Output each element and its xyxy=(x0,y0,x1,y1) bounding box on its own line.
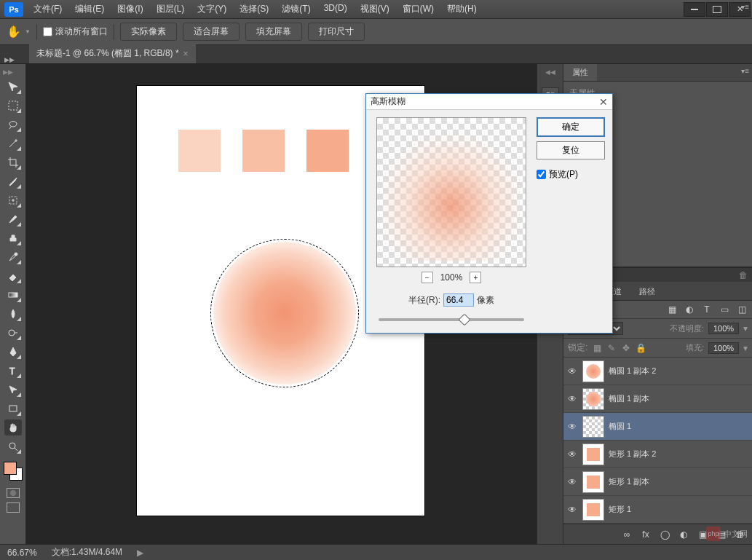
foreground-color-swatch[interactable] xyxy=(4,462,17,475)
scroll-all-windows-checkbox[interactable]: 滚动所有窗口 xyxy=(43,25,108,38)
crop-tool[interactable] xyxy=(4,154,22,170)
collapse-icon[interactable]: ▶▶ xyxy=(3,68,13,76)
actual-pixels-button[interactable]: 实际像素 xyxy=(120,23,177,41)
lock-all-icon[interactable]: 🔒 xyxy=(636,343,646,353)
fill-input[interactable] xyxy=(708,342,739,354)
slider-thumb[interactable] xyxy=(459,314,471,326)
menu-view[interactable]: 视图(V) xyxy=(355,0,395,18)
menu-filter[interactable]: 滤镜(T) xyxy=(276,0,316,18)
layer-name-label[interactable]: 矩形 1 副本 2 xyxy=(609,449,656,460)
magic-wand-tool[interactable] xyxy=(4,135,22,151)
eraser-tool[interactable] xyxy=(4,268,22,284)
panel-menu-icon[interactable]: ▾≡ xyxy=(741,67,749,75)
layer-thumbnail[interactable] xyxy=(582,360,604,382)
clone-stamp-tool[interactable] xyxy=(4,230,22,246)
layer-thumbnail[interactable] xyxy=(582,416,604,438)
filter-shape-icon[interactable]: ▭ xyxy=(719,304,730,315)
zoom-in-button[interactable]: + xyxy=(470,272,481,283)
filter-type-icon[interactable]: T xyxy=(701,304,713,315)
adjustment-icon[interactable]: ◐ xyxy=(678,529,689,540)
layer-row[interactable]: 👁矩形 1 副本 xyxy=(563,468,752,496)
layer-thumbnail[interactable] xyxy=(582,388,604,410)
minimize-button[interactable] xyxy=(684,2,705,17)
dodge-tool[interactable] xyxy=(4,325,22,341)
visibility-toggle-icon[interactable]: 👁 xyxy=(566,393,578,405)
preview-checkbox[interactable]: 预览(P) xyxy=(537,168,605,181)
layer-thumbnail[interactable] xyxy=(582,443,604,465)
dialog-close-icon[interactable]: ✕ xyxy=(599,96,608,108)
properties-tab[interactable]: 属性 xyxy=(563,64,597,81)
collapse-icon[interactable]: ▶▶ xyxy=(4,56,15,63)
layer-name-label[interactable]: 椭圆 1 副本 2 xyxy=(609,366,656,376)
maximize-button[interactable] xyxy=(706,2,728,17)
radius-slider[interactable] xyxy=(379,318,524,321)
visibility-toggle-icon[interactable]: 👁 xyxy=(566,366,578,377)
history-brush-tool[interactable] xyxy=(4,249,22,265)
layer-row[interactable]: 👁椭圆 1 副本 2 xyxy=(563,358,752,385)
dialog-titlebar[interactable]: 高斯模糊 ✕ xyxy=(366,94,612,110)
layer-row[interactable]: 👁椭圆 1 副本 xyxy=(563,385,752,413)
ok-button[interactable]: 确定 xyxy=(537,117,605,137)
checkbox-input[interactable] xyxy=(537,170,546,179)
gradient-tool[interactable] xyxy=(4,287,22,303)
path-selection-tool[interactable] xyxy=(4,382,22,398)
lock-transparency-icon[interactable]: ▦ xyxy=(592,343,602,353)
visibility-toggle-icon[interactable]: 👁 xyxy=(566,476,578,488)
trash-icon[interactable]: 🗑 xyxy=(739,270,748,280)
menu-window[interactable]: 窗口(W) xyxy=(397,0,440,18)
layer-row[interactable]: 👁椭圆 1 xyxy=(563,413,752,441)
layer-row[interactable]: 👁矩形 1 xyxy=(563,496,752,524)
layer-name-label[interactable]: 矩形 1 副本 xyxy=(609,476,649,487)
zoom-tool[interactable] xyxy=(4,438,22,454)
close-tab-icon[interactable]: × xyxy=(183,49,189,59)
lock-pixels-icon[interactable]: ✎ xyxy=(606,343,617,353)
move-tool[interactable] xyxy=(4,79,22,95)
pen-tool[interactable] xyxy=(4,344,22,360)
menu-select[interactable]: 选择(S) xyxy=(234,0,274,18)
print-size-button[interactable]: 打印尺寸 xyxy=(308,23,365,41)
blur-tool[interactable] xyxy=(4,306,22,322)
eyedropper-tool[interactable] xyxy=(4,173,22,189)
filter-adjust-icon[interactable]: ◐ xyxy=(684,304,695,315)
zoom-out-button[interactable]: − xyxy=(421,272,433,283)
status-chevron-icon[interactable]: ▶ xyxy=(137,548,143,558)
color-swatches[interactable] xyxy=(4,462,23,481)
doc-info[interactable]: 文档:1.43M/4.64M xyxy=(52,546,122,559)
mask-icon[interactable]: ◯ xyxy=(659,529,670,540)
rectangle-tool[interactable] xyxy=(4,401,22,417)
lasso-tool[interactable] xyxy=(4,117,22,133)
healing-brush-tool[interactable] xyxy=(4,192,22,208)
layer-name-label[interactable]: 椭圆 1 xyxy=(609,421,631,432)
visibility-toggle-icon[interactable]: 👁 xyxy=(566,449,578,460)
paths-tab[interactable]: 路径 xyxy=(630,283,664,300)
panel-menu-icon[interactable]: ▾≡ xyxy=(741,3,749,11)
reset-button[interactable]: 复位 xyxy=(537,141,605,159)
visibility-toggle-icon[interactable]: 👁 xyxy=(566,421,578,433)
menu-edit[interactable]: 编辑(E) xyxy=(69,0,110,18)
hand-tool[interactable] xyxy=(4,419,22,435)
fx-icon[interactable]: fx xyxy=(640,529,652,540)
opacity-input[interactable] xyxy=(708,323,739,334)
menu-help[interactable]: 帮助(H) xyxy=(441,0,483,18)
layer-thumbnail[interactable] xyxy=(582,471,604,493)
document-tab[interactable]: 未标题-1 @ 66.7% (椭圆 1, RGB/8) * × xyxy=(29,44,196,63)
dropdown-chevron-icon[interactable]: ▾ xyxy=(743,343,748,353)
link-layers-icon[interactable]: ∞ xyxy=(621,529,633,540)
dropdown-chevron-icon[interactable]: ▾ xyxy=(743,323,748,334)
screenmode-icon[interactable] xyxy=(7,502,20,513)
fill-screen-button[interactable]: 填充屏幕 xyxy=(245,23,302,41)
lock-position-icon[interactable]: ✥ xyxy=(621,343,631,353)
hand-tool-icon[interactable]: ✋ xyxy=(6,24,22,40)
menu-type[interactable]: 文字(Y) xyxy=(191,0,232,18)
layer-name-label[interactable]: 矩形 1 xyxy=(609,504,631,515)
menu-image[interactable]: 图像(I) xyxy=(111,0,149,18)
layer-name-label[interactable]: 椭圆 1 副本 xyxy=(609,393,649,404)
filter-pixel-icon[interactable]: ▦ xyxy=(666,304,678,315)
zoom-level[interactable]: 66.67% xyxy=(7,548,37,558)
type-tool[interactable]: T xyxy=(4,363,22,379)
quickmask-icon[interactable] xyxy=(7,488,20,498)
visibility-toggle-icon[interactable]: 👁 xyxy=(566,504,578,516)
filter-smart-icon[interactable]: ◫ xyxy=(736,304,748,315)
marquee-tool[interactable] xyxy=(4,98,22,114)
dialog-preview[interactable] xyxy=(376,117,526,267)
